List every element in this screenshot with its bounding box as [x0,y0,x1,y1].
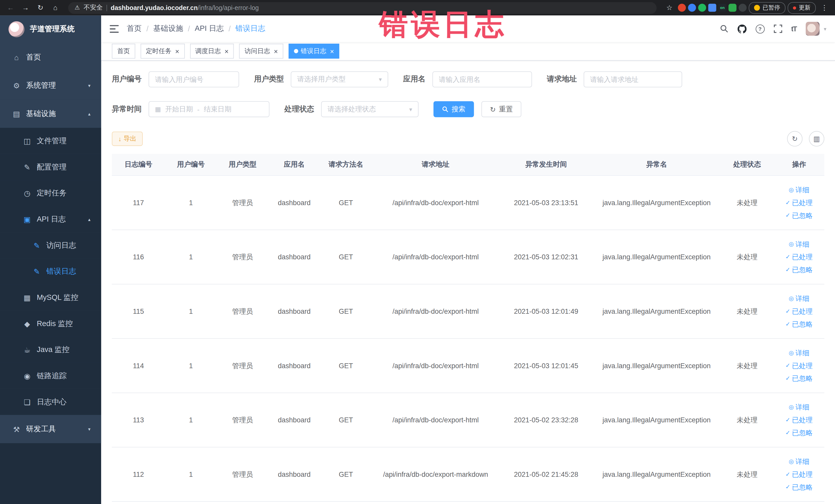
column-header: 用户类型 [217,154,268,175]
sidebar-item-infrastructure[interactable]: ▤基础设施▴ [0,100,101,128]
mark-processed-link[interactable]: ✓已处理 [786,306,813,316]
fullscreen-icon[interactable] [774,24,782,33]
export-button[interactable]: ↓ 导出 [112,132,143,146]
exception-time-range[interactable]: ▦ 开始日期 - 结束日期 [149,101,269,117]
sidebar-item-system-gear[interactable]: ⚙系统管理▾ [0,72,101,100]
address-bar[interactable]: ⚠ 不安全 dashboard.yudao.iocoder.cn/infra/l… [68,2,657,14]
back-button[interactable]: ← [4,1,17,14]
table-row: 1131管理员dashboardGET/api/infra/db-doc/exp… [112,393,824,447]
home-button[interactable]: ⌂ [49,1,62,14]
user-type-select[interactable]: 请选择用户类型 ▾ [291,72,388,87]
chevron-down-icon[interactable]: ▾ [824,26,826,32]
extension-icon-7[interactable] [738,4,747,12]
tab-访问日志[interactable]: 访问日志× [239,44,283,59]
table-cell: 2021-05-03 12:01:45 [500,362,593,370]
extension-icon-4[interactable] [708,4,716,12]
hamburger-icon[interactable] [109,25,119,33]
search-button[interactable]: 搜索 [433,101,474,117]
mark-ignored-link[interactable]: ✓已忽略 [786,374,813,383]
action-label: 详细 [795,457,809,466]
mark-processed-link[interactable]: ✓已处理 [786,415,813,425]
sidebar-item-config-manage[interactable]: ✎配置管理 [0,154,101,180]
user-avatar[interactable] [806,22,820,36]
tab-错误日志[interactable]: 错误日志× [288,44,339,59]
help-icon[interactable]: ? [755,24,765,33]
tab-定时任务[interactable]: 定时任务× [141,44,185,59]
view-detail-link[interactable]: ◎详细 [789,457,809,466]
refresh-table-button[interactable]: ↻ [787,131,802,146]
sidebar-item-log-center[interactable]: ❏日志中心 [0,389,101,415]
action-label: 已忽略 [792,374,813,383]
mark-processed-link[interactable]: ✓已处理 [786,361,813,370]
breadcrumb-item[interactable]: 基础设施 [153,24,183,33]
bookmark-star-icon[interactable]: ☆ [663,1,676,14]
sidebar-item-file-manage[interactable]: ◫文件管理 [0,128,101,154]
close-icon[interactable]: × [330,48,334,55]
mark-ignored-link[interactable]: ✓已忽略 [786,319,813,329]
mark-processed-link[interactable]: ✓已处理 [786,469,813,479]
mark-processed-link[interactable]: ✓已处理 [786,198,813,207]
extension-icon-5[interactable]: on [718,4,727,12]
reset-button[interactable]: ↻ 重置 [481,101,521,117]
sidebar-item-scheduled-task[interactable]: ◷定时任务 [0,180,101,206]
table-cell: 管理员 [217,198,268,207]
view-detail-link[interactable]: ◎详细 [789,348,809,358]
sidebar-item-redis-monitor[interactable]: ◆Redis 监控 [0,310,101,337]
menu-kebab-icon[interactable]: ⋮ [818,1,831,14]
sidebar-item-access-log[interactable]: ✎访问日志 [0,233,101,259]
error-log-icon: ✎ [32,267,41,276]
request-url-input[interactable] [584,72,682,87]
close-icon[interactable]: × [175,48,179,55]
paused-badge[interactable]: 已暂停 [749,2,786,14]
tab-首页[interactable]: 首页 [112,44,135,59]
process-status-select[interactable]: 请选择处理状态 ▾ [321,101,419,117]
close-icon[interactable]: × [225,48,229,55]
mark-ignored-link[interactable]: ✓已忽略 [786,211,813,220]
sidebar-item-home[interactable]: ⌂首页 [0,43,101,72]
table-cell: GET [320,470,372,478]
table-cell: 管理员 [217,415,268,425]
column-settings-button[interactable]: ▥ [809,131,824,146]
extension-icon-2[interactable] [688,4,696,12]
sidebar-item-java-monitor[interactable]: ☕Java 监控 [0,337,101,363]
sidebar-item-mysql-monitor[interactable]: ▦MySQL 监控 [0,284,101,311]
reload-button[interactable]: ↻ [34,1,47,14]
extension-icon-3[interactable] [698,4,706,12]
tab-label: 定时任务 [146,47,171,56]
view-detail-link[interactable]: ◎详细 [789,402,809,412]
mark-ignored-link[interactable]: ✓已忽略 [786,265,813,275]
view-detail-link[interactable]: ◎详细 [789,185,809,195]
breadcrumb-item[interactable]: 首页 [127,24,142,33]
sidebar-item-devtools[interactable]: ⚒研发工具▾ [0,415,101,443]
column-header: 应用名 [268,154,320,175]
sidebar-item-error-log[interactable]: ✎错误日志 [0,258,101,284]
mark-ignored-link[interactable]: ✓已忽略 [786,482,813,492]
close-icon[interactable]: × [274,48,278,55]
action-label: 已忽略 [792,482,813,492]
search-icon[interactable] [720,24,728,33]
view-detail-link[interactable]: ◎详细 [789,240,809,249]
forward-button[interactable]: → [19,1,32,14]
update-button[interactable]: 更新 [788,2,816,14]
table-toolbar: ↓ 导出 ↻ ▥ [112,131,824,146]
extension-icon-1[interactable] [678,4,686,12]
sidebar-item-api-log[interactable]: ▣API 日志▴ [0,206,101,233]
tab-调度日志[interactable]: 调度日志× [190,44,234,59]
table-cell: 管理员 [217,469,268,479]
extension-icon-6[interactable] [729,4,736,12]
table-cell: 未处理 [720,198,774,207]
view-detail-link[interactable]: ◎详细 [789,294,809,303]
date-end-placeholder: 结束日期 [204,104,231,114]
app-name-input[interactable] [432,72,532,87]
mark-ignored-link[interactable]: ✓已忽略 [786,428,813,438]
font-size-icon[interactable]: tT [791,25,796,33]
devtools-icon: ⚒ [12,425,21,433]
table-cell: java.lang.IllegalArgumentException [593,199,720,207]
mark-processed-link[interactable]: ✓已处理 [786,252,813,262]
github-icon[interactable] [737,24,747,33]
user-id-input[interactable] [149,72,239,87]
table-cell: 1 [165,307,217,315]
breadcrumb-item[interactable]: API 日志 [195,24,224,33]
sidebar-item-trace[interactable]: ◉链路追踪 [0,363,101,389]
action-label: 已处理 [792,361,813,370]
